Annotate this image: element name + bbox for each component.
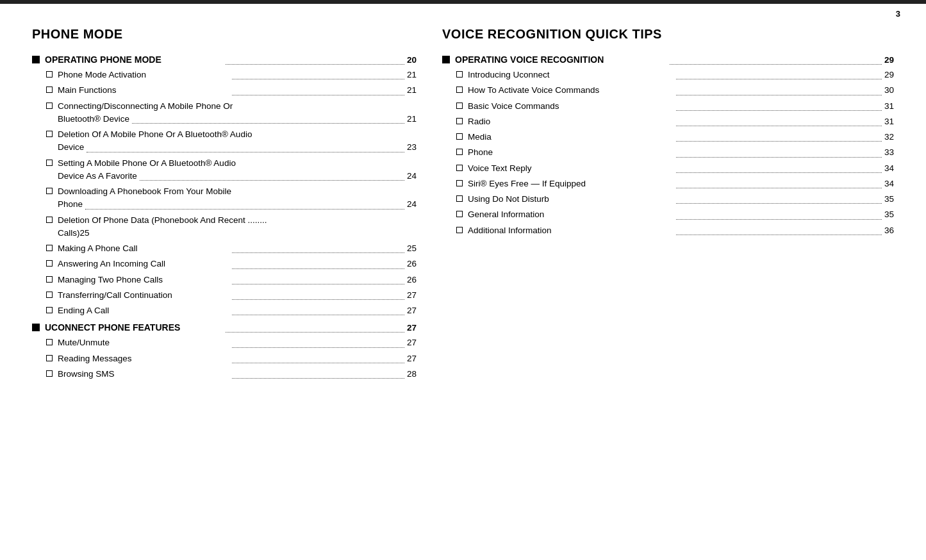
left-toc-list: OPERATING PHONE MODE20Phone Mode Activat… (32, 53, 417, 381)
toc-line2-wrap: Device23 (58, 141, 417, 154)
right-toc-list: OPERATING VOICE RECOGNITION29Introducing… (442, 53, 894, 237)
bullet-filled-icon (32, 56, 40, 63)
toc-line2-wrap: Bluetooth® Device21 (58, 113, 417, 126)
toc-item: UCONNECT PHONE FEATURES27 (32, 321, 417, 334)
toc-dots (232, 79, 404, 79)
toc-item: General Information35 (442, 208, 894, 221)
toc-item: Using Do Not Disturb35 (442, 193, 894, 206)
toc-entry: Siri® Eyes Free — If Equipped34 (468, 177, 894, 190)
toc-entry: Browsing SMS28 (58, 368, 417, 381)
toc-entry: Main Functions21 (58, 84, 417, 97)
toc-text: General Information (468, 208, 674, 221)
toc-dots (676, 95, 882, 95)
toc-text: Voice Text Reply (468, 162, 674, 175)
toc-page-number: 21 (407, 84, 417, 97)
toc-text-line1: Setting A Mobile Phone Or A Bluetooth® A… (58, 157, 417, 170)
toc-page-number: 35 (884, 193, 894, 206)
toc-item: How To Activate Voice Commands30 (442, 84, 894, 97)
bullet-empty-icon (456, 118, 463, 124)
bullet-empty-icon (46, 71, 53, 78)
toc-item: Connecting/Disconnecting A Mobile Phone … (32, 100, 417, 126)
toc-page-number: 27 (407, 304, 417, 317)
toc-text-line2: Device (58, 141, 84, 154)
toc-entry-multiline: Downloading A Phonebook From Your Mobile… (58, 185, 417, 211)
toc-entry-multiline: Deletion Of A Mobile Phone Or A Bluetoot… (58, 128, 417, 154)
left-column: PHONE MODE OPERATING PHONE MODE20Phone M… (32, 27, 417, 383)
toc-dots (132, 123, 404, 124)
toc-text: Using Do Not Disturb (468, 193, 674, 206)
toc-text: Phone (468, 146, 674, 159)
toc-entry: Deletion Of Phone Data (Phonebook And Re… (58, 214, 417, 240)
toc-item: Phone33 (442, 146, 894, 159)
toc-entry-multiline: Deletion Of Phone Data (Phonebook And Re… (58, 214, 417, 240)
toc-text: Managing Two Phone Calls (58, 274, 229, 286)
toc-dots (232, 252, 404, 253)
toc-text: Phone Mode Activation (58, 69, 229, 81)
toc-item: Deletion Of Phone Data (Phonebook And Re… (32, 214, 417, 240)
bullet-filled-icon (442, 56, 450, 63)
toc-page-number: 35 (884, 208, 894, 221)
toc-entry: Downloading A Phonebook From Your Mobile… (58, 185, 417, 211)
bullet-empty-icon (456, 227, 463, 233)
toc-item: Ending A Call27 (32, 304, 417, 317)
toc-item: Siri® Eyes Free — If Equipped34 (442, 177, 894, 190)
toc-text-line2: Bluetooth® Device (58, 113, 129, 126)
toc-page-number: 27 (407, 289, 417, 302)
bullet-empty-icon (46, 188, 53, 194)
toc-text-line2: Calls)25 (58, 227, 417, 240)
right-section-title: VOICE RECOGNITION QUICK TIPS (442, 27, 894, 42)
toc-entry-multiline: Setting A Mobile Phone Or A Bluetooth® A… (58, 157, 417, 183)
bullet-empty-icon (456, 86, 463, 93)
left-section-title: PHONE MODE (32, 27, 417, 42)
right-column: VOICE RECOGNITION QUICK TIPS OPERATING V… (442, 27, 894, 383)
bullet-filled-icon (32, 324, 40, 331)
toc-text: Making A Phone Call (58, 242, 229, 255)
toc-item: Setting A Mobile Phone Or A Bluetooth® A… (32, 157, 417, 183)
toc-text: Ending A Call (58, 304, 229, 317)
toc-text: Reading Messages (58, 352, 229, 365)
toc-dots (232, 347, 404, 348)
toc-entry: Answering An Incoming Call26 (58, 258, 417, 270)
toc-item: Basic Voice Commands31 (442, 100, 894, 113)
toc-text: Answering An Incoming Call (58, 258, 229, 270)
bullet-empty-icon (456, 71, 463, 78)
toc-text-line1: Deletion Of Phone Data (Phonebook And Re… (58, 214, 417, 227)
toc-dots (226, 64, 404, 65)
toc-text: Mute/Unmute (58, 336, 229, 349)
toc-text: Radio (468, 115, 674, 128)
bullet-empty-icon (46, 370, 53, 377)
toc-dots (676, 188, 882, 188)
toc-entry: How To Activate Voice Commands30 (468, 84, 894, 97)
toc-entry: Radio31 (468, 115, 894, 128)
toc-text: OPERATING PHONE MODE (45, 53, 223, 67)
bullet-empty-icon (456, 211, 463, 217)
toc-page-number: 34 (884, 162, 894, 175)
bullet-empty-icon (46, 276, 53, 283)
toc-page-number: 32 (884, 131, 894, 144)
toc-item: Radio31 (442, 115, 894, 128)
toc-page-number: 24 (407, 198, 417, 211)
toc-page-number: 20 (407, 54, 417, 67)
toc-page-number: 29 (884, 54, 894, 67)
bullet-empty-icon (456, 133, 463, 140)
toc-item: Transferring/Call Continuation27 (32, 289, 417, 302)
toc-page-number: 23 (407, 141, 417, 154)
toc-page-number: 31 (884, 100, 894, 113)
toc-item: Mute/Unmute27 (32, 336, 417, 349)
toc-dots (676, 235, 882, 235)
toc-item: Additional Information36 (442, 224, 894, 237)
toc-page-number: 26 (407, 258, 417, 270)
toc-line2-wrap: Phone24 (58, 198, 417, 211)
page-container: 3 PHONE MODE OPERATING PHONE MODE20Phone… (0, 0, 926, 560)
toc-item: OPERATING PHONE MODE20 (32, 53, 417, 67)
content-area: PHONE MODE OPERATING PHONE MODE20Phone M… (0, 4, 926, 402)
toc-text: Browsing SMS (58, 368, 229, 381)
toc-page-number: 27 (407, 322, 417, 334)
toc-entry: Reading Messages27 (58, 352, 417, 365)
toc-item: Deletion Of A Mobile Phone Or A Bluetoot… (32, 128, 417, 154)
bullet-empty-icon (46, 103, 53, 109)
toc-dots (232, 378, 404, 379)
page-number: 3 (896, 9, 900, 19)
toc-entry: Managing Two Phone Calls26 (58, 274, 417, 286)
bullet-empty-icon (46, 131, 53, 137)
